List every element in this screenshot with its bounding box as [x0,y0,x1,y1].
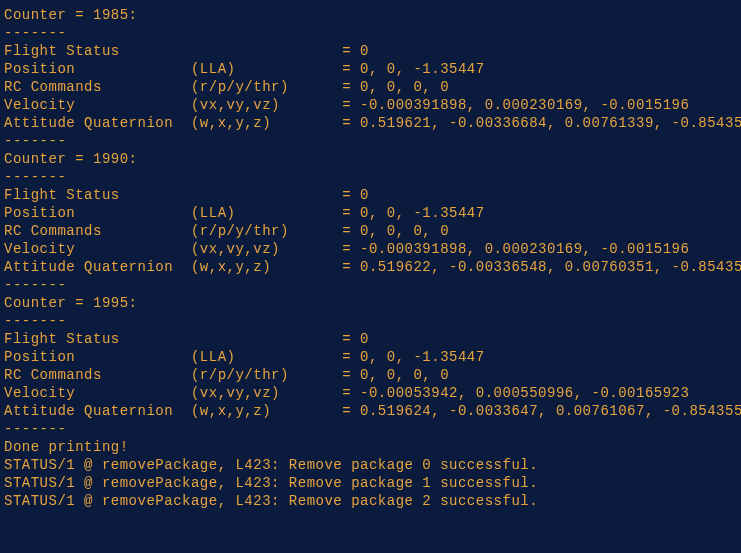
divider: ------- [4,276,737,294]
telemetry-row: Velocity (vx,vy,vz) = -0.000391898, 0.00… [4,240,737,258]
status-line: STATUS/1 @ removePackage, L423: Remove p… [4,456,737,474]
telemetry-row: Velocity (vx,vy,vz) = -0.00053942, 0.000… [4,384,737,402]
telemetry-row: RC Commands (r/p/y/thr) = 0, 0, 0, 0 [4,366,737,384]
telemetry-row: Position (LLA) = 0, 0, -1.35447 [4,348,737,366]
done-message: Done printing! [4,438,737,456]
telemetry-row: Flight Status = 0 [4,330,737,348]
status-line: STATUS/1 @ removePackage, L423: Remove p… [4,474,737,492]
divider: ------- [4,168,737,186]
counter-header: Counter = 1990: [4,150,737,168]
telemetry-row: Position (LLA) = 0, 0, -1.35447 [4,204,737,222]
divider: ------- [4,24,737,42]
divider: ------- [4,312,737,330]
telemetry-row: RC Commands (r/p/y/thr) = 0, 0, 0, 0 [4,222,737,240]
telemetry-row: RC Commands (r/p/y/thr) = 0, 0, 0, 0 [4,78,737,96]
counter-header: Counter = 1995: [4,294,737,312]
divider: ------- [4,420,737,438]
telemetry-row: Velocity (vx,vy,vz) = -0.000391898, 0.00… [4,96,737,114]
telemetry-row: Flight Status = 0 [4,186,737,204]
divider: ------- [4,132,737,150]
telemetry-row: Flight Status = 0 [4,42,737,60]
telemetry-row: Attitude Quaternion (w,x,y,z) = 0.519622… [4,258,737,276]
telemetry-row: Position (LLA) = 0, 0, -1.35447 [4,60,737,78]
terminal-output: Counter = 1985:-------Flight Status = 0P… [0,0,741,516]
status-line: STATUS/1 @ removePackage, L423: Remove p… [4,492,737,510]
counter-header: Counter = 1985: [4,6,737,24]
telemetry-row: Attitude Quaternion (w,x,y,z) = 0.519621… [4,114,737,132]
telemetry-row: Attitude Quaternion (w,x,y,z) = 0.519624… [4,402,737,420]
